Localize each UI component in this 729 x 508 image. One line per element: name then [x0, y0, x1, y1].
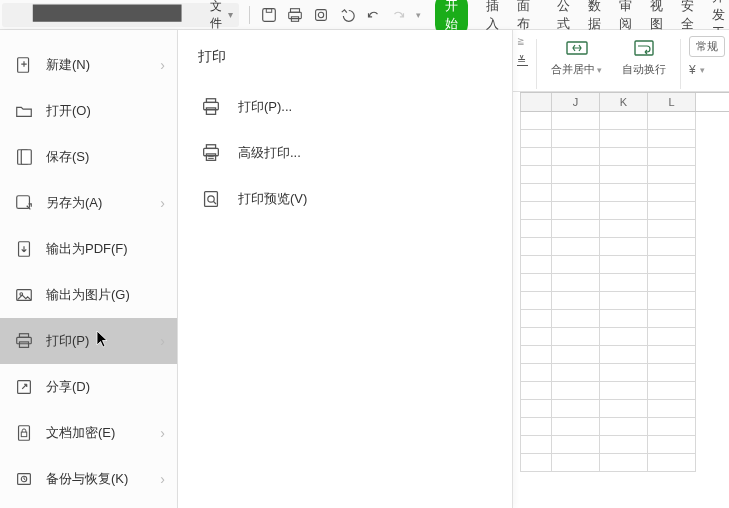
cell[interactable] [600, 328, 648, 346]
cell[interactable] [520, 454, 552, 472]
tab-view[interactable]: 视图 [650, 0, 663, 33]
tab-data[interactable]: 数据 [588, 0, 601, 33]
cell[interactable] [648, 418, 696, 436]
undo-icon[interactable] [338, 6, 356, 24]
cell[interactable] [552, 184, 600, 202]
cell[interactable] [552, 310, 600, 328]
print-submenu-item-advanced[interactable]: 高级打印... [196, 130, 512, 176]
cell[interactable] [600, 418, 648, 436]
file-menu-item-backup[interactable]: 备份与恢复(K)› [0, 456, 177, 502]
cell[interactable] [552, 346, 600, 364]
cell[interactable] [520, 184, 552, 202]
cell[interactable] [600, 310, 648, 328]
cell[interactable] [600, 382, 648, 400]
cell[interactable] [600, 202, 648, 220]
cell[interactable] [552, 238, 600, 256]
file-menu-item-new[interactable]: 新建(N)› [0, 42, 177, 88]
column-header[interactable]: L [648, 93, 696, 111]
redo-icon[interactable] [390, 6, 408, 24]
cell[interactable] [600, 238, 648, 256]
cell[interactable] [552, 220, 600, 238]
cell[interactable] [600, 256, 648, 274]
print-submenu-item-print[interactable]: 打印(P)... [196, 84, 512, 130]
cell[interactable] [552, 202, 600, 220]
file-menu-item-encrypt[interactable]: 文档加密(E)› [0, 410, 177, 456]
merge-center-button[interactable]: 合并居中▾ [545, 36, 608, 77]
autowrap-button[interactable]: 自动换行 [616, 36, 672, 77]
cell[interactable] [648, 292, 696, 310]
tab-formula[interactable]: 公式 [557, 0, 570, 33]
file-menu-item-save[interactable]: 保存(S) [0, 134, 177, 180]
cell[interactable] [648, 274, 696, 292]
cell[interactable] [648, 220, 696, 238]
cell[interactable] [552, 256, 600, 274]
print-submenu-item-preview[interactable]: 打印预览(V) [196, 176, 512, 222]
cell[interactable] [600, 364, 648, 382]
cell[interactable] [600, 130, 648, 148]
cell[interactable] [600, 292, 648, 310]
cell[interactable] [600, 454, 648, 472]
cell[interactable] [520, 400, 552, 418]
currency-icon[interactable]: ¥ [689, 63, 696, 77]
cell[interactable] [648, 364, 696, 382]
cell[interactable] [520, 436, 552, 454]
tab-security[interactable]: 安全 [681, 0, 694, 33]
cell[interactable] [648, 166, 696, 184]
cell[interactable] [600, 148, 648, 166]
cell[interactable] [520, 382, 552, 400]
cell[interactable] [600, 112, 648, 130]
cell[interactable] [520, 418, 552, 436]
cell[interactable] [552, 364, 600, 382]
cell[interactable] [600, 346, 648, 364]
cell[interactable] [520, 292, 552, 310]
cell[interactable] [552, 130, 600, 148]
cell[interactable] [552, 436, 600, 454]
number-format-select[interactable]: 常规 [689, 36, 725, 57]
file-menu-item-print[interactable]: 打印(P)› [0, 318, 177, 364]
print-icon[interactable] [286, 6, 304, 24]
file-menu-item-open[interactable]: 打开(O) [0, 88, 177, 134]
cell[interactable] [648, 184, 696, 202]
cell[interactable] [600, 400, 648, 418]
cell[interactable] [520, 220, 552, 238]
file-menu-item-exportpdf[interactable]: 输出为PDF(F) [0, 226, 177, 272]
cell[interactable] [552, 382, 600, 400]
column-header[interactable]: K [600, 93, 648, 111]
cell[interactable] [520, 346, 552, 364]
cell[interactable] [552, 112, 600, 130]
tab-review[interactable]: 审阅 [619, 0, 632, 33]
cell[interactable] [600, 274, 648, 292]
cell[interactable] [552, 454, 600, 472]
cell[interactable] [648, 454, 696, 472]
cell[interactable] [552, 400, 600, 418]
save-icon[interactable] [260, 6, 278, 24]
cell[interactable] [648, 130, 696, 148]
file-menu-item-exportimg[interactable]: 输出为图片(G) [0, 272, 177, 318]
file-menu-button[interactable]: 文件 ▾ [2, 3, 239, 27]
cell[interactable] [520, 112, 552, 130]
cell[interactable] [520, 166, 552, 184]
cell[interactable] [552, 166, 600, 184]
cell[interactable] [648, 346, 696, 364]
cell[interactable] [552, 328, 600, 346]
cell[interactable] [600, 436, 648, 454]
cell[interactable] [648, 238, 696, 256]
cell[interactable] [600, 220, 648, 238]
cell[interactable] [600, 184, 648, 202]
qat-dropdown-icon[interactable]: ▾ [416, 10, 421, 20]
cell[interactable] [552, 274, 600, 292]
cell[interactable] [520, 130, 552, 148]
cell[interactable] [552, 418, 600, 436]
cell[interactable] [520, 256, 552, 274]
file-menu-item-share[interactable]: 分享(D) [0, 364, 177, 410]
cell[interactable] [648, 310, 696, 328]
cell[interactable] [552, 292, 600, 310]
undo-split-icon[interactable] [364, 6, 382, 24]
cell[interactable] [648, 328, 696, 346]
file-menu-item-saveas[interactable]: 另存为(A)› [0, 180, 177, 226]
tab-insert[interactable]: 插入 [486, 0, 499, 33]
printpreview-icon[interactable] [312, 6, 330, 24]
cell[interactable] [648, 256, 696, 274]
column-header[interactable]: J [552, 93, 600, 111]
cell[interactable] [520, 202, 552, 220]
